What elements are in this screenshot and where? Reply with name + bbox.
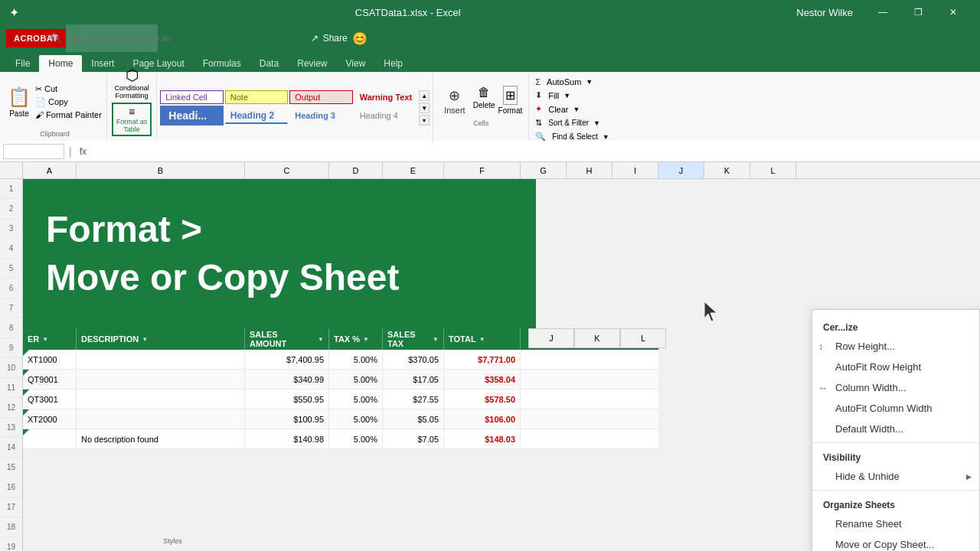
th-er[interactable]: ER ▼ xyxy=(23,328,77,350)
row-num-5[interactable]: 5 xyxy=(0,259,22,279)
er-filter-arrow[interactable]: ▼ xyxy=(42,336,48,343)
row-num-13[interactable]: 13 xyxy=(0,418,22,438)
td-tax-pct-4[interactable]: 5.00% xyxy=(329,409,383,429)
tab-help[interactable]: Help xyxy=(374,55,412,72)
style-heading4[interactable]: Heading 4 xyxy=(354,109,417,122)
cut-button[interactable]: ✂ Cut xyxy=(35,84,102,94)
row-num-14[interactable]: 14 xyxy=(0,438,22,458)
format-as-table-button[interactable]: ≡ Format as Table xyxy=(112,103,152,136)
style-heading3[interactable]: Heading 3 xyxy=(289,109,352,122)
td-sales-tax-4[interactable]: $5.05 xyxy=(383,409,444,429)
col-header-e[interactable]: E xyxy=(383,162,444,178)
td-sales-tax-2[interactable]: $17.05 xyxy=(383,370,444,389)
col-header-d[interactable]: D xyxy=(329,162,383,178)
row-num-6[interactable]: 6 xyxy=(0,279,22,298)
td-total-5[interactable]: $148.03 xyxy=(444,429,521,448)
row-num-3[interactable]: 3 xyxy=(0,219,22,239)
th-sales[interactable]: SALES AMOUNT ▼ xyxy=(245,328,329,350)
col-header-l[interactable]: L xyxy=(750,162,796,178)
styles-scroll-up[interactable]: ▲ xyxy=(419,90,430,101)
sort-filter-button[interactable]: ⇅ Sort & Filter ▼ xyxy=(534,117,616,129)
row-num-2[interactable]: 2 xyxy=(0,199,22,219)
td-er-3[interactable]: QT3001 xyxy=(23,390,77,409)
col-l-area[interactable]: L xyxy=(620,328,666,348)
user-avatar[interactable]: 😊 xyxy=(352,31,368,46)
td-sales-3[interactable]: $550.95 xyxy=(245,390,329,409)
th-sales-tax[interactable]: SALES TAX ▼ xyxy=(383,328,444,350)
desc-filter-arrow[interactable]: ▼ xyxy=(142,336,148,343)
fill-button[interactable]: ⬇ Fill ▼ xyxy=(534,90,616,101)
th-total[interactable]: TOTAL ▼ xyxy=(444,328,521,350)
td-sales-5[interactable]: $140.98 xyxy=(245,429,329,448)
row-num-7[interactable]: 7 xyxy=(0,298,22,318)
row-num-18[interactable]: 18 xyxy=(0,517,22,537)
find-select-button[interactable]: 🔍 Find & Select ▼ xyxy=(534,131,616,142)
col-header-a[interactable]: A xyxy=(23,162,77,178)
row-height-item[interactable]: ↕ Row Height... xyxy=(812,336,979,357)
row-num-11[interactable]: 11 xyxy=(0,378,22,398)
tax-filter-arrow[interactable]: ▼ xyxy=(363,336,369,343)
td-desc-3[interactable] xyxy=(77,390,245,409)
sales-filter-arrow[interactable]: ▼ xyxy=(318,336,324,343)
style-note[interactable]: Note xyxy=(225,90,288,104)
style-linked-cell[interactable]: Linked Cell xyxy=(160,90,223,104)
col-header-j[interactable]: J xyxy=(658,162,704,178)
close-button[interactable]: ✕ xyxy=(936,0,971,24)
td-tax-pct-3[interactable]: 5.00% xyxy=(329,390,383,409)
name-box[interactable] xyxy=(3,144,64,159)
td-sales-2[interactable]: $340.99 xyxy=(245,370,329,389)
td-tax-pct-2[interactable]: 5.00% xyxy=(329,370,383,389)
clear-button[interactable]: ✦ Clear ▼ xyxy=(534,103,616,115)
restore-button[interactable]: ❐ xyxy=(900,0,936,24)
td-desc-4[interactable] xyxy=(77,409,245,429)
style-warning-text[interactable]: Warning Text xyxy=(354,90,417,104)
row-num-1[interactable]: 1 xyxy=(0,179,22,199)
td-sales-1[interactable]: $7,400.95 xyxy=(245,350,329,369)
sales-tax-filter-arrow[interactable]: ▼ xyxy=(433,336,439,343)
td-sales-4[interactable]: $100.95 xyxy=(245,409,329,429)
conditional-formatting-button[interactable]: ⬡ Conditional Formatting xyxy=(115,66,149,99)
td-sales-tax-5[interactable]: $7.05 xyxy=(383,429,444,448)
copy-button[interactable]: 📄 Copy xyxy=(35,97,102,107)
column-width-item[interactable]: ↔ Column Width... xyxy=(812,377,979,398)
row-num-4[interactable]: 4 xyxy=(0,239,22,259)
row-num-16[interactable]: 16 xyxy=(0,478,22,497)
style-heading1[interactable]: Headi... xyxy=(160,106,223,126)
autofit-row-height-item[interactable]: AutoFit Row Height xyxy=(812,357,979,377)
styles-scroll-more[interactable]: ▾ xyxy=(419,115,430,126)
col-j-area[interactable]: J xyxy=(528,328,574,348)
td-er-1[interactable]: XT1000 xyxy=(23,350,77,369)
td-tax-pct-1[interactable]: 5.00% xyxy=(329,350,383,369)
row-num-19[interactable]: 19 xyxy=(0,537,22,551)
td-desc-2[interactable] xyxy=(77,370,245,389)
tab-home[interactable]: Home xyxy=(39,55,82,72)
share-button[interactable]: Share xyxy=(323,33,348,44)
autofit-col-width-item[interactable]: AutoFit Column Width xyxy=(812,398,979,419)
total-filter-arrow[interactable]: ▼ xyxy=(479,336,485,343)
format-icon[interactable]: ⊞ xyxy=(503,86,518,105)
formula-input[interactable] xyxy=(93,145,977,158)
share-icon[interactable]: ↗ xyxy=(311,33,318,44)
tab-view[interactable]: View xyxy=(337,55,375,72)
tab-review[interactable]: Review xyxy=(288,55,336,72)
th-tax-pct[interactable]: TAX % ▼ xyxy=(329,328,383,350)
td-sales-tax-1[interactable]: $370.05 xyxy=(383,350,444,369)
insert-button[interactable]: ⊕ Insert xyxy=(439,86,470,116)
row-num-15[interactable]: 15 xyxy=(0,458,22,478)
tab-formulas[interactable]: Formulas xyxy=(194,55,250,72)
col-header-i[interactable]: I xyxy=(612,162,658,178)
td-er-4[interactable]: XT2000 xyxy=(23,409,77,429)
td-er-5[interactable] xyxy=(23,429,77,448)
td-sales-tax-3[interactable]: $27.55 xyxy=(383,390,444,409)
move-copy-sheet-item[interactable]: Move or Copy Sheet... xyxy=(812,534,979,551)
styles-scroll-down[interactable]: ▼ xyxy=(419,103,430,113)
col-header-h[interactable]: H xyxy=(567,162,612,178)
rename-sheet-item[interactable]: Rename Sheet xyxy=(812,514,979,534)
td-total-1[interactable]: $7,771.00 xyxy=(444,350,521,369)
row-num-10[interactable]: 10 xyxy=(0,358,22,378)
td-desc-1[interactable] xyxy=(77,350,245,369)
col-header-g[interactable]: G xyxy=(521,162,567,178)
row-num-8[interactable]: 8 xyxy=(0,318,22,338)
search-input[interactable] xyxy=(67,34,172,43)
default-width-item[interactable]: Default Width... xyxy=(812,419,979,439)
